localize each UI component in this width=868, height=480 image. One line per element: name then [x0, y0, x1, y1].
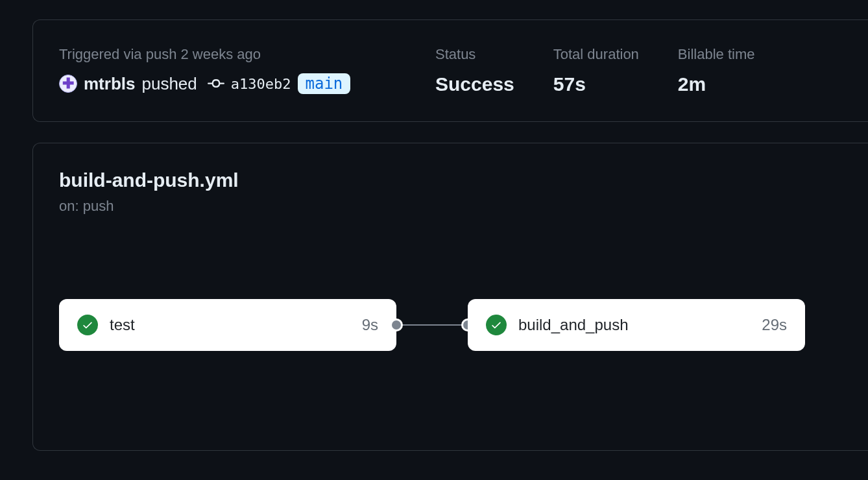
workflow-trigger-text: on: push	[59, 198, 842, 215]
billable-column: Billable time 2m	[678, 46, 755, 95]
trigger-details: ✚ mtrbls pushed a130eb2 main	[59, 73, 396, 94]
billable-label: Billable time	[678, 46, 755, 63]
commit-icon	[208, 75, 224, 92]
status-value: Success	[435, 73, 514, 95]
job-duration: 9s	[362, 316, 378, 334]
branch-badge[interactable]: main	[298, 73, 351, 94]
success-check-icon	[486, 315, 507, 335]
action-text: pushed	[141, 74, 197, 94]
duration-column: Total duration 57s	[553, 46, 639, 95]
actor-link[interactable]: mtrbls	[84, 74, 135, 94]
job-name: test	[110, 316, 350, 334]
workflow-summary-card: Triggered via push 2 weeks ago ✚ mtrbls …	[32, 19, 868, 122]
actor-avatar[interactable]: ✚	[59, 75, 77, 93]
trigger-label: Triggered via push 2 weeks ago	[59, 46, 396, 63]
job-name: build_and_push	[518, 316, 750, 334]
job-node-test[interactable]: test 9s	[59, 299, 396, 351]
duration-label: Total duration	[553, 46, 639, 63]
job-duration: 29s	[762, 316, 787, 334]
billable-value: 2m	[678, 73, 755, 95]
success-check-icon	[77, 315, 98, 335]
status-label: Status	[435, 46, 514, 63]
duration-value: 57s	[553, 73, 639, 95]
jobs-graph: test 9s build_and_push 29s	[59, 299, 842, 351]
workflow-graph-card: build-and-push.yml on: push test 9s buil…	[32, 143, 868, 451]
trigger-info: Triggered via push 2 weeks ago ✚ mtrbls …	[59, 46, 396, 95]
job-connector	[396, 324, 468, 326]
workflow-filename[interactable]: build-and-push.yml	[59, 169, 842, 191]
commit-sha-link[interactable]: a130eb2	[231, 76, 291, 92]
status-column: Status Success	[435, 46, 514, 95]
job-node-build-and-push[interactable]: build_and_push 29s	[468, 299, 805, 351]
